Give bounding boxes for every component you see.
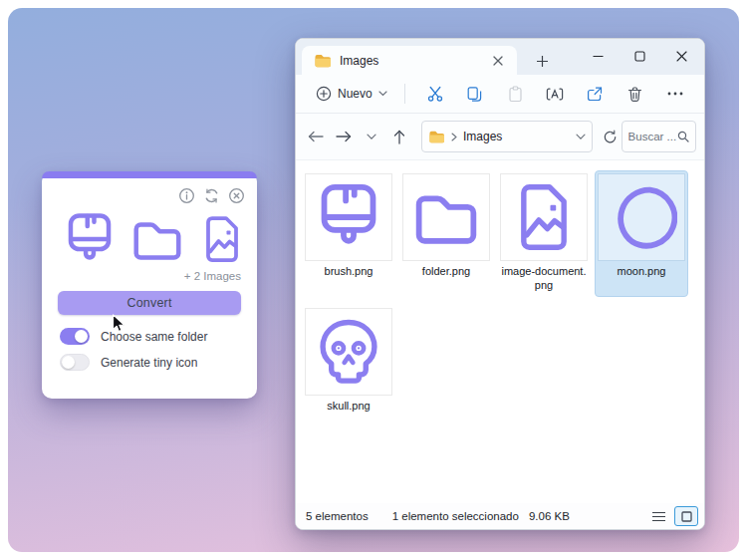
desktop-background: + 2 Images Convert Choose same folder Ge… bbox=[8, 8, 739, 552]
plus-icon bbox=[537, 56, 548, 67]
share-icon bbox=[586, 86, 604, 103]
toolbar-divider bbox=[404, 84, 405, 104]
chevron-down-icon bbox=[378, 91, 387, 97]
tab-images[interactable]: Images bbox=[302, 46, 517, 75]
scissors-icon bbox=[426, 85, 444, 103]
info-icon bbox=[178, 187, 195, 204]
toggle-row: Generate tiny icon bbox=[60, 354, 257, 371]
minimize-button[interactable] bbox=[577, 39, 619, 73]
breadcrumb[interactable]: Images bbox=[421, 121, 593, 152]
folder-icon bbox=[129, 211, 185, 267]
file-tile-folder.png[interactable]: folder.png bbox=[399, 170, 493, 297]
search-input[interactable]: Buscar ... bbox=[622, 121, 696, 152]
history-dropdown-button[interactable] bbox=[358, 123, 385, 150]
toggle-label: Choose same folder bbox=[101, 330, 207, 344]
arrow-right-icon bbox=[336, 131, 352, 142]
file-thumbnail bbox=[500, 173, 588, 261]
file-name: folder.png bbox=[402, 265, 490, 279]
breadcrumb-path: Images bbox=[463, 130, 570, 143]
command-toolbar: Nuevo bbox=[296, 75, 704, 114]
more-options-button[interactable] bbox=[656, 79, 694, 109]
share-button[interactable] bbox=[576, 79, 614, 109]
new-button[interactable]: Nuevo bbox=[310, 82, 393, 106]
file-thumbnail bbox=[305, 308, 392, 396]
new-tab-button[interactable] bbox=[531, 50, 553, 72]
file-thumbnail bbox=[305, 173, 392, 261]
toggle-list: Choose same folder Generate tiny icon bbox=[42, 328, 257, 371]
tab-close-button[interactable] bbox=[487, 50, 509, 72]
image-document-icon bbox=[508, 181, 580, 253]
moon-icon bbox=[606, 181, 677, 253]
file-name: moon.png bbox=[598, 265, 685, 279]
details-view-button[interactable] bbox=[647, 507, 669, 525]
address-bar: Images Buscar ... bbox=[296, 114, 704, 160]
status-bar: 5 elementos 1 elemento seleccionado 9.06… bbox=[296, 503, 704, 529]
file-tile-image-document.png[interactable]: image-document.png bbox=[497, 170, 591, 297]
brush-icon bbox=[62, 211, 118, 267]
chevron-right-icon bbox=[451, 133, 457, 141]
chevron-down-icon bbox=[367, 134, 376, 140]
file-explorer-window: Images bbox=[295, 38, 705, 530]
back-button[interactable] bbox=[302, 123, 330, 150]
toggle-switch[interactable] bbox=[60, 328, 90, 345]
tab-title: Images bbox=[340, 54, 479, 68]
chevron-down-icon bbox=[576, 134, 586, 140]
rename-button[interactable] bbox=[536, 79, 574, 109]
refresh-icon bbox=[203, 187, 220, 204]
toggle-knob bbox=[75, 330, 88, 343]
toggle-row: Choose same folder bbox=[60, 328, 257, 345]
image-document-icon bbox=[197, 210, 247, 268]
file-tile-skull.png[interactable]: skull.png bbox=[302, 305, 395, 418]
file-thumbnail bbox=[598, 173, 685, 261]
details-view-icon bbox=[652, 511, 665, 522]
window-controls bbox=[577, 39, 702, 73]
circle-plus-icon bbox=[316, 86, 332, 102]
close-icon bbox=[228, 187, 245, 204]
up-button[interactable] bbox=[385, 123, 413, 150]
skull-icon bbox=[313, 316, 384, 388]
ellipsis-icon bbox=[667, 92, 683, 96]
toggle-knob bbox=[62, 356, 75, 369]
large-icons-view-button[interactable] bbox=[674, 506, 698, 526]
folder-icon bbox=[410, 181, 482, 253]
trash-icon bbox=[626, 86, 643, 103]
panel-close-button[interactable] bbox=[228, 187, 245, 204]
forward-button[interactable] bbox=[330, 123, 358, 150]
cut-button[interactable] bbox=[416, 79, 454, 109]
close-icon bbox=[676, 51, 687, 62]
panel-accent-strip bbox=[42, 171, 257, 178]
minimize-icon bbox=[593, 51, 604, 62]
new-button-label: Nuevo bbox=[338, 87, 373, 101]
copy-button[interactable] bbox=[456, 79, 494, 109]
delete-button[interactable] bbox=[617, 79, 654, 109]
file-thumbnail bbox=[402, 173, 490, 261]
panel-header-actions bbox=[42, 178, 257, 204]
selection-count: 1 elemento seleccionado bbox=[392, 510, 519, 522]
convert-button[interactable]: Convert bbox=[58, 291, 241, 315]
toggle-switch[interactable] bbox=[60, 354, 90, 371]
folder-icon bbox=[428, 129, 445, 144]
refresh-button[interactable] bbox=[599, 123, 622, 150]
search-icon bbox=[677, 131, 689, 142]
file-tile-brush.png[interactable]: brush.png bbox=[302, 170, 395, 297]
tab-bar: Images bbox=[296, 39, 704, 75]
maximize-icon bbox=[634, 51, 645, 62]
extra-images-count: + 2 Images bbox=[42, 270, 257, 282]
items-count: 5 elementos bbox=[306, 510, 369, 522]
paste-button[interactable] bbox=[496, 79, 534, 109]
file-name: skull.png bbox=[305, 400, 392, 414]
maximize-button[interactable] bbox=[619, 39, 660, 73]
folder-icon bbox=[314, 52, 332, 69]
converter-panel: + 2 Images Convert Choose same folder Ge… bbox=[42, 171, 257, 399]
selection-size: 9.06 KB bbox=[529, 510, 570, 522]
window-close-button[interactable] bbox=[660, 39, 702, 73]
copy-icon bbox=[466, 86, 483, 103]
large-icons-view-icon bbox=[681, 511, 692, 522]
queued-files-preview bbox=[42, 204, 257, 268]
refresh-button[interactable] bbox=[203, 187, 220, 204]
close-icon bbox=[493, 56, 503, 66]
paste-icon bbox=[507, 86, 524, 103]
info-button[interactable] bbox=[178, 187, 195, 204]
file-tile-moon.png[interactable]: moon.png bbox=[595, 170, 688, 297]
rename-icon bbox=[546, 86, 564, 103]
